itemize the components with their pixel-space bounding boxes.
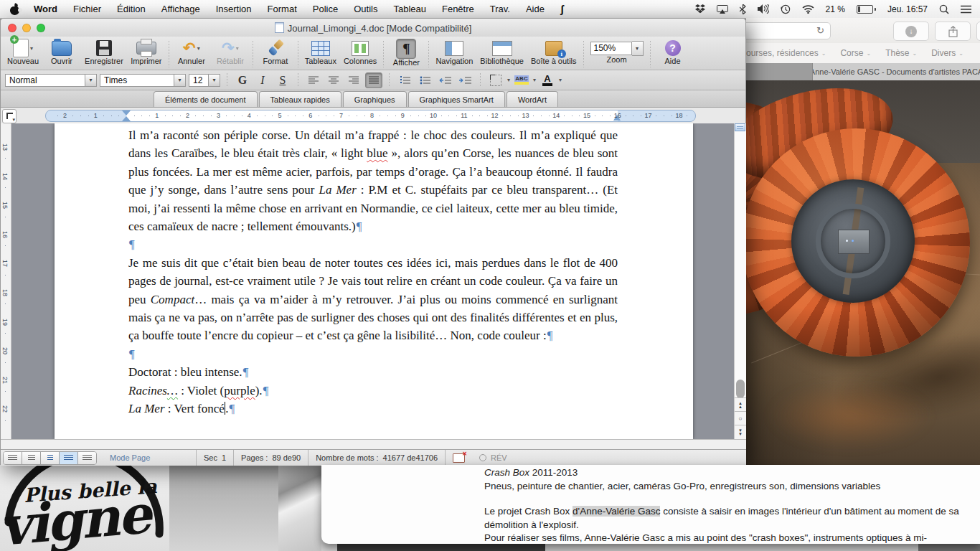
previous-page-button[interactable]: ▲▲: [735, 397, 746, 412]
numbered-list-button[interactable]: [396, 72, 413, 88]
page-indicator[interactable]: Pages :89 de90: [234, 450, 308, 466]
zoom-dropdown[interactable]: ▾: [632, 41, 644, 56]
font-size-select[interactable]: 12▾: [189, 74, 220, 87]
share-button[interactable]: [935, 22, 971, 41]
volume-icon[interactable]: [758, 4, 769, 14]
menu-aide[interactable]: Aide: [518, 1, 552, 18]
left-indent-marker[interactable]: [122, 116, 131, 121]
align-center-button[interactable]: [325, 72, 342, 88]
tab-stop-selector[interactable]: ▾: [2, 109, 17, 123]
align-right-button[interactable]: [345, 72, 362, 88]
menu-fentre[interactable]: Fenêtre: [434, 1, 482, 18]
menu-affichage[interactable]: Affichage: [154, 1, 208, 18]
zoom-value[interactable]: 150%: [590, 42, 632, 55]
select-browse-object-button[interactable]: ○: [735, 411, 746, 425]
bluetooth-icon[interactable]: [740, 4, 746, 14]
vertical-scrollbar[interactable]: ▲▲ ○ ▼▼: [734, 123, 746, 439]
menu-trav[interactable]: Trav.: [482, 1, 518, 18]
dropbox-icon[interactable]: [695, 4, 705, 14]
bookmark-item[interactable]: Thèse⌄: [885, 48, 917, 58]
menu-format[interactable]: Format: [260, 1, 305, 18]
help-button[interactable]: ?Aide: [654, 39, 692, 65]
time-machine-icon[interactable]: [781, 4, 791, 14]
open-button[interactable]: Ouvrir: [42, 39, 81, 65]
gallery-button[interactable]: Bibliothèque: [476, 39, 527, 65]
track-changes-toggle[interactable]: RÉV: [472, 450, 514, 466]
new-button[interactable]: ▾Nouveau: [4, 39, 42, 65]
browser-tab[interactable]: Anne-Valérie GASC - Documents d'artistes…: [813, 63, 980, 80]
document-text[interactable]: Il m’a raconté son périple corse. Un dét…: [128, 126, 618, 418]
print-layout-view-button[interactable]: [60, 452, 78, 464]
document-page[interactable]: Il m’a raconté son périple corse. Un dét…: [55, 123, 693, 439]
notebook-view-button[interactable]: [78, 452, 96, 464]
first-line-indent-marker[interactable]: [122, 110, 131, 116]
menu-dition[interactable]: Édition: [109, 1, 154, 18]
artwork-materials: Pneus, peinture de chantier, acier, camé…: [484, 480, 980, 494]
toolbox-button[interactable]: Boîte à outils: [527, 39, 580, 65]
bold-button[interactable]: G: [234, 72, 251, 88]
navigation-button[interactable]: Navigation: [432, 39, 476, 65]
notification-center-icon[interactable]: [961, 5, 971, 14]
script-menu-icon[interactable]: ʃ: [552, 1, 572, 18]
style-select[interactable]: Normal▾: [5, 74, 97, 87]
ribbon-tab[interactable]: Graphiques SmartArt: [408, 91, 505, 107]
proofing-status[interactable]: [446, 450, 472, 466]
scrollbar-thumb[interactable]: [736, 380, 745, 398]
battery-icon[interactable]: [857, 5, 876, 14]
format-painter-button[interactable]: Format: [256, 39, 295, 65]
increase-indent-button[interactable]: [456, 72, 473, 88]
font-select[interactable]: Times▾: [100, 74, 186, 87]
bookmark-item[interactable]: Divers⌄: [931, 48, 963, 58]
publishing-view-button[interactable]: [41, 452, 60, 464]
horizontal-scrollbar[interactable]: [1, 439, 746, 450]
undo-button[interactable]: ↶▾Annuler: [172, 39, 211, 65]
spotlight-icon[interactable]: [939, 4, 949, 14]
menu-word[interactable]: Word: [26, 1, 65, 18]
menubar-clock[interactable]: Jeu. 16:57: [887, 4, 928, 14]
columns-button[interactable]: Colonnes: [340, 39, 380, 65]
outline-view-button[interactable]: [22, 452, 41, 464]
tables-button[interactable]: Tableaux: [301, 39, 340, 65]
reload-icon[interactable]: ↻: [816, 25, 824, 36]
print-button[interactable]: Imprimer: [127, 39, 166, 65]
toolbox-icon: [545, 41, 562, 56]
bookmark-item[interactable]: ourses, résidences⌄: [746, 48, 826, 58]
italic-button[interactable]: I: [254, 72, 271, 88]
downloads-button[interactable]: ↓: [893, 22, 929, 41]
menu-tableau[interactable]: Tableau: [385, 1, 434, 18]
ribbon-tab[interactable]: Éléments de document: [154, 91, 258, 107]
font-color-button[interactable]: A: [539, 72, 556, 88]
word-titlebar[interactable]: Journal_Limongi_4.doc [Mode Compatibilit…: [1, 19, 745, 37]
ribbon-tab[interactable]: Graphiques: [343, 91, 407, 107]
decrease-indent-button[interactable]: [436, 72, 453, 88]
apple-menu-icon[interactable]: [10, 4, 20, 15]
tabs-button[interactable]: [976, 22, 980, 41]
inactive-tab-edge[interactable]: [746, 63, 813, 80]
bullet-list-button[interactable]: [416, 72, 433, 88]
ribbon-tab[interactable]: Tableaux rapides: [259, 91, 341, 107]
highlight-button[interactable]: ABC: [513, 72, 530, 88]
split-window-handle[interactable]: [735, 123, 745, 131]
borders-button[interactable]: [487, 72, 504, 88]
word-count[interactable]: Nombre de mots :41677 de41706: [308, 450, 446, 466]
menu-fichier[interactable]: Fichier: [65, 1, 109, 18]
redo-button[interactable]: ↷▾Rétablir: [211, 39, 250, 65]
show-marks-button[interactable]: ¶Afficher: [387, 39, 425, 67]
ribbon-tab[interactable]: WordArt: [507, 91, 558, 107]
justify-button[interactable]: [365, 72, 382, 88]
underline-button[interactable]: S: [274, 72, 291, 88]
wifi-icon[interactable]: [802, 5, 814, 14]
menu-outils[interactable]: Outils: [346, 1, 385, 18]
photo-fragment-right: [918, 544, 980, 551]
draft-view-button[interactable]: [4, 452, 22, 464]
airplay-icon[interactable]: [717, 5, 728, 14]
paragraph: La Mer : Vert foncé.¶: [128, 400, 618, 418]
bookmark-item[interactable]: Corse⌄: [840, 48, 871, 58]
address-bar[interactable]: ↻: [738, 22, 831, 39]
menu-insertion[interactable]: Insertion: [208, 1, 260, 18]
save-button[interactable]: Enregistrer: [81, 39, 127, 65]
next-page-button[interactable]: ▼▼: [735, 425, 746, 439]
ruler-number: 16: [614, 112, 621, 119]
align-left-button[interactable]: [305, 72, 322, 88]
menu-police[interactable]: Police: [305, 1, 346, 18]
